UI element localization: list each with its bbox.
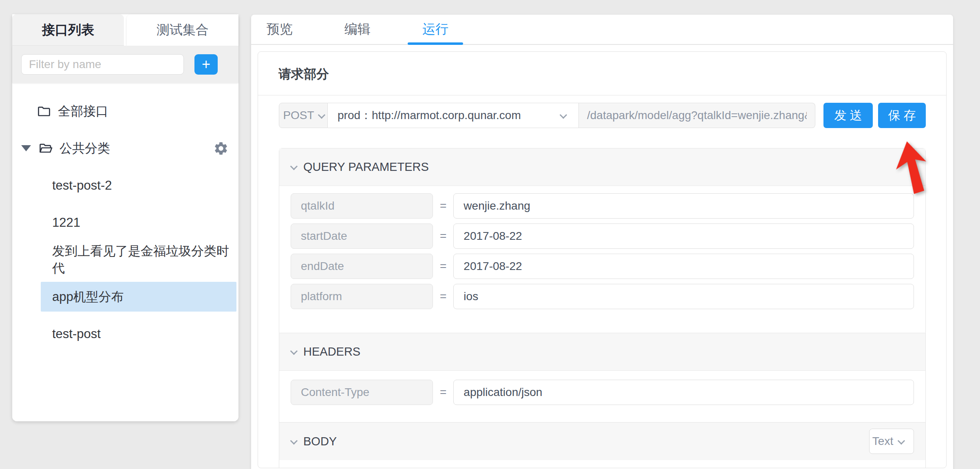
environment-label: prod：http://marmot.corp.qunar.com xyxy=(338,108,521,123)
tree-folder-public-category[interactable]: 公共分类 xyxy=(12,130,238,167)
method-label: POST xyxy=(283,109,314,122)
param-value-input[interactable] xyxy=(453,223,914,249)
save-button[interactable]: 保存 xyxy=(878,103,926,128)
sidebar: 接口列表 测试集合 + 全部接口 公共分类 test-post-2 1221 发… xyxy=(12,14,238,421)
equals-sign: = xyxy=(440,199,446,212)
chevron-down-icon xyxy=(290,163,298,170)
environment-select[interactable]: prod：http://marmot.corp.qunar.com xyxy=(328,103,579,128)
tab-run[interactable]: 运行 xyxy=(408,15,463,44)
param-key: qtalkId xyxy=(291,193,433,219)
tree-item[interactable]: test-post-2 xyxy=(12,167,238,204)
section-title: HEADERS xyxy=(303,345,360,358)
chevron-down-icon xyxy=(290,437,298,444)
chevron-down-icon xyxy=(560,111,567,118)
method-select[interactable]: POST xyxy=(279,103,328,128)
request-bar: POST prod：http://marmot.corp.qunar.com 发… xyxy=(279,103,926,128)
param-row: startDate = xyxy=(291,223,914,249)
body-content xyxy=(279,460,925,468)
tab-preview[interactable]: 预览 xyxy=(252,15,307,44)
param-value-input[interactable] xyxy=(453,284,914,309)
caret-down-icon[interactable] xyxy=(21,145,31,151)
header-rows: Content-Type = xyxy=(279,371,925,422)
headers-header[interactable]: HEADERS xyxy=(279,333,925,371)
param-row: Content-Type = xyxy=(291,380,914,405)
param-value-input[interactable] xyxy=(453,254,914,279)
api-tree: 全部接口 公共分类 test-post-2 1221 发到上看见了是金福垃圾分类… xyxy=(12,83,238,421)
page: { "app": { "accent_color": "#2095f2", "s… xyxy=(0,0,980,469)
param-row: endDate = xyxy=(291,254,914,279)
body-header[interactable]: BODY Text xyxy=(279,423,925,460)
gear-icon[interactable] xyxy=(213,141,229,156)
param-key: Content-Type xyxy=(291,380,433,405)
tab-edit[interactable]: 编辑 xyxy=(330,15,385,44)
request-panel-body: POST prod：http://marmot.corp.qunar.com 发… xyxy=(258,95,946,468)
body-section: BODY Text xyxy=(279,423,926,468)
chevron-down-icon xyxy=(318,111,325,118)
tree-folder-label: 公共分类 xyxy=(60,140,110,157)
chevron-down-icon xyxy=(898,437,905,444)
param-value-input[interactable] xyxy=(453,380,914,405)
tree-item[interactable]: 发到上看见了是金福垃圾分类时代 xyxy=(12,241,238,278)
chevron-down-icon xyxy=(290,347,298,355)
param-value-input[interactable] xyxy=(453,193,914,219)
param-key: startDate xyxy=(291,223,433,249)
folder-open-icon xyxy=(38,141,53,156)
query-parameter-rows: qtalkId = startDate = endDate = xyxy=(279,186,925,333)
equals-sign: = xyxy=(440,290,446,303)
tab-api-list[interactable]: 接口列表 xyxy=(12,14,124,46)
param-row: platform = xyxy=(291,284,914,309)
equals-sign: = xyxy=(440,386,446,399)
sidebar-tabs: 接口列表 测试集合 xyxy=(12,14,238,46)
tree-folder-all-apis[interactable]: 全部接口 xyxy=(12,93,238,130)
folder-icon xyxy=(37,104,51,119)
add-api-button[interactable]: + xyxy=(194,54,218,75)
equals-sign: = xyxy=(440,230,446,243)
param-key: endDate xyxy=(291,254,433,279)
main-panel: 预览 编辑 运行 请求部分 POST prod：http://marmot.co… xyxy=(251,15,953,469)
equals-sign: = xyxy=(440,260,446,273)
tree-folder-label: 全部接口 xyxy=(58,103,108,120)
section-title: QUERY PARAMETERS xyxy=(303,160,429,174)
main-tabs: 预览 编辑 运行 xyxy=(251,15,953,45)
tab-test-collection[interactable]: 测试集合 xyxy=(127,14,238,46)
request-panel: 请求部分 POST prod：http://marmot.corp.qunar.… xyxy=(258,51,947,468)
body-type-label: Text xyxy=(872,435,893,448)
param-row: qtalkId = xyxy=(291,193,914,219)
query-parameters-section: QUERY PARAMETERS qtalkId = startDate = xyxy=(279,148,926,333)
tree-item[interactable]: test-post xyxy=(12,315,238,352)
url-input[interactable] xyxy=(579,103,815,128)
param-key: platform xyxy=(291,284,433,309)
query-parameters-header[interactable]: QUERY PARAMETERS xyxy=(279,148,925,186)
tree-item-selected[interactable]: app机型分布 xyxy=(41,282,236,312)
section-title: BODY xyxy=(303,435,337,448)
filter-bar: + xyxy=(12,46,238,83)
request-panel-title: 请求部分 xyxy=(258,52,946,95)
tree-item[interactable]: 1221 xyxy=(12,204,238,241)
headers-section: HEADERS Content-Type = xyxy=(279,333,926,423)
send-button[interactable]: 发送 xyxy=(823,103,873,128)
request-sections: QUERY PARAMETERS qtalkId = startDate = xyxy=(279,148,926,468)
filter-input[interactable] xyxy=(21,54,184,75)
body-type-select[interactable]: Text xyxy=(869,429,914,454)
